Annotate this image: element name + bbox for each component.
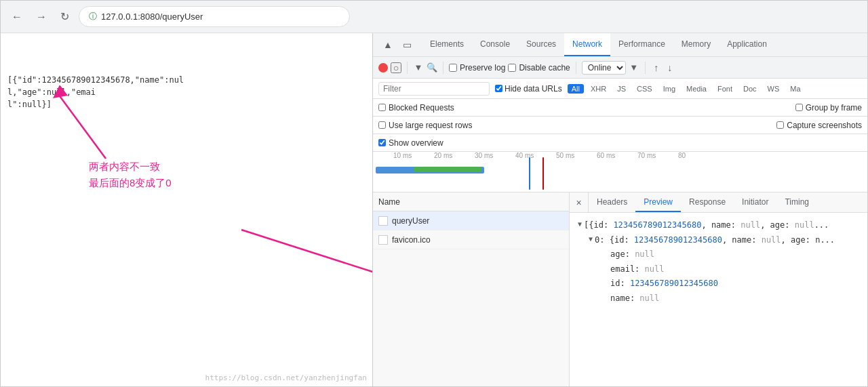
tab-performance[interactable]: Performance <box>610 33 673 56</box>
upload-icon[interactable]: ↑ <box>651 62 662 73</box>
timeline-label-50ms: 50 ms <box>556 152 574 159</box>
group-by-frame-label[interactable]: Group by frame <box>795 103 862 113</box>
annotation-line1: 两者内容不一致 <box>89 159 172 175</box>
forward-button[interactable]: → <box>32 8 51 26</box>
tab-application[interactable]: Application <box>719 33 775 56</box>
group-by-frame-checkbox[interactable] <box>795 104 803 111</box>
stop-record-button[interactable]: ○ <box>391 62 401 73</box>
filter-input[interactable] <box>378 82 490 96</box>
download-icon[interactable]: ↓ <box>665 62 675 73</box>
show-overview-label[interactable]: Show overview <box>378 138 443 148</box>
tag-media[interactable]: Media <box>682 84 711 94</box>
options-row-2: Use large request rows Capture screensho… <box>373 117 867 134</box>
tab-sources[interactable]: Sources <box>518 33 564 56</box>
search-icon[interactable]: 🔍 <box>427 62 437 73</box>
preview-item-line: ▼ 0: {id: 123456789012345680, name: null… <box>589 233 859 248</box>
capture-screenshots-label[interactable]: Capture screenshots <box>776 121 862 130</box>
network-list-header: Name <box>373 192 569 211</box>
network-table: Name queryUser favicon.ico <box>373 192 867 386</box>
preview-email-line: email: null <box>610 262 859 277</box>
separator-4 <box>645 62 646 74</box>
address-bar[interactable]: ⓘ 127.0.0.1:8080/queryUser <box>79 6 350 27</box>
tab-response[interactable]: Response <box>681 192 734 212</box>
filter-bar: Hide data URLs All XHR JS CSS Img Media … <box>373 79 867 99</box>
preview-email-val: null <box>645 262 665 277</box>
inspect-icon-button[interactable]: ▲ <box>378 35 397 54</box>
annotation-text: 两者内容不一致 最后面的8变成了0 <box>89 159 172 191</box>
large-rows-label[interactable]: Use large request rows <box>378 121 472 130</box>
filter-icon[interactable]: ▼ <box>413 62 424 73</box>
throttle-dropdown-icon[interactable]: ▼ <box>629 62 639 73</box>
hide-data-urls-checkbox[interactable] <box>495 85 502 92</box>
disable-cache-label[interactable]: Disable cache <box>508 63 570 73</box>
tag-css[interactable]: CSS <box>633 84 656 94</box>
file-icon-favicon <box>378 235 388 245</box>
reload-button[interactable]: ↻ <box>56 7 73 26</box>
hide-data-urls-label[interactable]: Hide data URLs <box>495 84 562 94</box>
preview-id-line: id: 123456789012345680 <box>610 277 859 291</box>
record-button[interactable] <box>378 63 388 73</box>
preview-root-line: ▼ [{id: 123456789012345680, name: null, … <box>578 218 859 233</box>
triangle-root[interactable]: ▼ <box>578 218 582 230</box>
right-options: Group by frame <box>795 103 862 113</box>
capture-screenshots-checkbox[interactable] <box>776 121 784 129</box>
favicon-label: favicon.ico <box>392 235 431 245</box>
tag-img[interactable]: Img <box>659 84 679 94</box>
right-options-2: Capture screenshots <box>776 121 862 130</box>
preview-age-val: null <box>635 247 654 262</box>
preview-content: ▼ [{id: 123456789012345680, name: null, … <box>570 213 867 386</box>
tag-xhr[interactable]: XHR <box>587 84 610 94</box>
timeline-label-80ms: 80 <box>678 152 686 159</box>
devtools-icons: ▲ ▭ <box>378 33 416 56</box>
triangle-item[interactable]: ▼ <box>589 233 593 245</box>
tab-timing[interactable]: Timing <box>776 192 817 212</box>
large-rows-checkbox[interactable] <box>378 121 386 129</box>
tab-headers[interactable]: Headers <box>589 192 635 212</box>
detail-tab-bar: × Headers Preview Response Init <box>570 192 867 213</box>
separator-1 <box>407 62 408 74</box>
tag-js[interactable]: JS <box>613 84 630 94</box>
tab-elements[interactable]: Elements <box>422 33 472 56</box>
svg-line-3 <box>241 230 372 342</box>
throttle-select[interactable]: Online <box>582 61 626 75</box>
list-item-queryUser[interactable]: queryUser <box>373 211 569 230</box>
lock-icon: ⓘ <box>89 11 97 22</box>
browser-window: ← → ↻ ⓘ 127.0.0.1:8080/queryUser [{"id":… <box>0 0 868 387</box>
tab-memory[interactable]: Memory <box>673 33 719 56</box>
timeline-label-40ms: 40 ms <box>515 152 534 159</box>
device-icon-button[interactable]: ▭ <box>397 35 416 54</box>
tab-preview[interactable]: Preview <box>635 192 681 212</box>
preview-name-key: name: <box>610 291 635 306</box>
tag-font[interactable]: Font <box>713 84 736 94</box>
show-overview-checkbox[interactable] <box>378 139 386 146</box>
tab-console[interactable]: Console <box>472 33 518 56</box>
tab-initiator[interactable]: Initiator <box>734 192 776 212</box>
timeline-marker-blue <box>529 157 530 190</box>
blocked-requests-checkbox[interactable] <box>378 104 386 111</box>
preserve-log-label[interactable]: Preserve log <box>449 63 505 73</box>
json-line2: l":null}] <box>7 98 197 110</box>
devtools-panel: ▲ ▭ Elements Console Sources Network Per… <box>372 33 867 386</box>
preview-age-key: age: <box>610 247 630 262</box>
blocked-requests-label[interactable]: Blocked Requests <box>378 103 454 113</box>
preview-item-0: ▼ 0: {id: 123456789012345680, name: null… <box>578 233 859 306</box>
back-button[interactable]: ← <box>7 8 26 26</box>
list-item-favicon[interactable]: favicon.ico <box>373 230 569 249</box>
timeline-label-10ms: 10 ms <box>393 152 412 159</box>
preview-email-key: email: <box>610 262 639 277</box>
url-text: 127.0.0.1:8080/queryUser <box>101 12 203 22</box>
name-column-header: Name <box>378 197 400 207</box>
filter-tags: All XHR JS CSS Img Media Font Doc WS Ma <box>568 84 805 94</box>
browser-content: [{"id":12345678901234567​8,"name":null,"… <box>1 33 867 386</box>
tab-network[interactable]: Network <box>564 33 610 56</box>
options-row-1: Blocked Requests Group by frame <box>373 99 867 117</box>
close-detail-button[interactable]: × <box>570 192 589 212</box>
tag-ws[interactable]: WS <box>764 84 784 94</box>
preserve-log-checkbox[interactable] <box>449 64 457 72</box>
tag-all[interactable]: All <box>568 84 584 94</box>
tag-ma[interactable]: Ma <box>786 84 804 94</box>
disable-cache-checkbox[interactable] <box>508 64 516 72</box>
options-row-3: Show overview <box>373 134 867 152</box>
timeline-label-20ms: 20 ms <box>434 152 452 159</box>
tag-doc[interactable]: Doc <box>739 84 761 94</box>
